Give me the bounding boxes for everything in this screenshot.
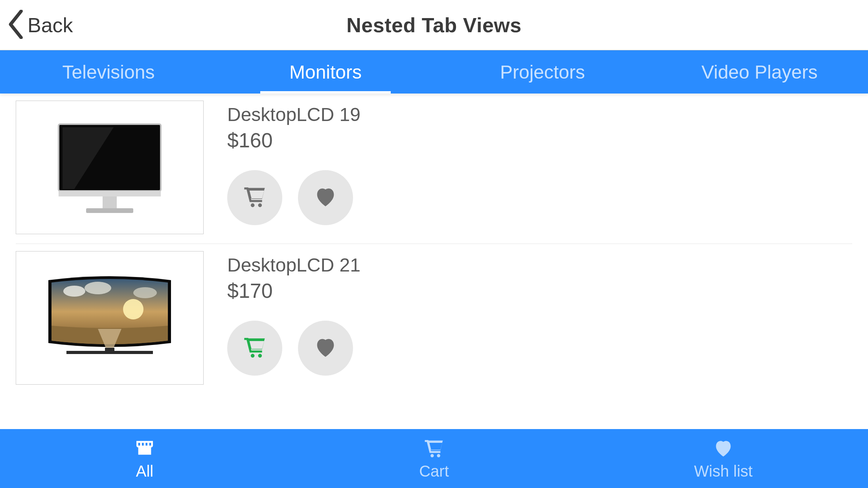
bottom-tab-wishlist[interactable]: Wish list [579,429,868,488]
tab-label: Video Players [701,61,817,83]
product-info: DesktopLCD 21 $170 [227,251,360,376]
tab-label: Televisions [63,61,155,83]
category-tab-bar: Televisions Monitors Projectors Video Pl… [0,50,868,94]
svg-rect-4 [86,208,133,213]
cart-icon [242,184,267,211]
product-name: DesktopLCD 21 [227,254,360,276]
tab-video-players[interactable]: Video Players [651,50,868,94]
list-item[interactable]: DesktopLCD 21 $170 [16,244,852,394]
product-thumbnail [16,251,204,385]
heart-icon [712,437,734,461]
bottom-tab-bar: All Cart Wish list [0,429,868,488]
svg-rect-12 [105,348,114,352]
add-to-cart-button[interactable] [227,170,282,225]
bottom-tab-label: All [136,462,153,480]
product-name: DesktopLCD 19 [227,104,360,125]
svg-point-15 [430,454,434,457]
svg-point-9 [133,287,157,298]
svg-point-6 [258,204,262,207]
svg-point-14 [258,354,262,358]
cart-icon [242,335,267,361]
chevron-left-icon [8,10,25,40]
svg-point-8 [85,282,111,294]
bottom-tab-all[interactable]: All [0,429,289,488]
tab-televisions[interactable]: Televisions [0,50,217,94]
svg-point-16 [437,454,440,457]
bottom-tab-label: Cart [419,462,449,480]
store-icon [134,437,156,461]
cart-icon [423,437,445,461]
tab-projectors[interactable]: Projectors [434,50,651,94]
product-price: $160 [227,128,360,152]
product-list: DesktopLCD 19 $160 [0,94,868,429]
tab-label: Monitors [289,61,362,83]
svg-rect-3 [103,196,117,208]
monitor-icon [51,116,169,218]
bottom-tab-cart[interactable]: Cart [289,429,579,488]
add-to-wishlist-button[interactable] [298,170,353,225]
heart-icon [313,184,338,211]
product-price: $170 [227,279,360,303]
add-to-wishlist-button[interactable] [298,321,353,376]
svg-point-7 [63,286,85,297]
curved-tv-icon [43,271,177,365]
bottom-tab-label: Wish list [694,462,753,480]
back-button[interactable]: Back [8,0,73,50]
heart-icon [313,335,338,361]
product-thumbnail [16,101,204,234]
back-label: Back [28,13,73,37]
tab-label: Projectors [500,61,585,83]
svg-point-13 [251,354,255,358]
page-title: Nested Tab Views [346,13,521,37]
add-to-cart-button[interactable] [227,321,282,376]
svg-rect-2 [59,191,161,196]
top-nav-bar: Back Nested Tab Views [0,0,868,50]
svg-point-10 [123,299,143,319]
product-info: DesktopLCD 19 $160 [227,101,360,225]
list-item[interactable]: DesktopLCD 19 $160 [16,94,852,244]
svg-point-5 [251,204,255,207]
tab-monitors[interactable]: Monitors [217,50,434,94]
